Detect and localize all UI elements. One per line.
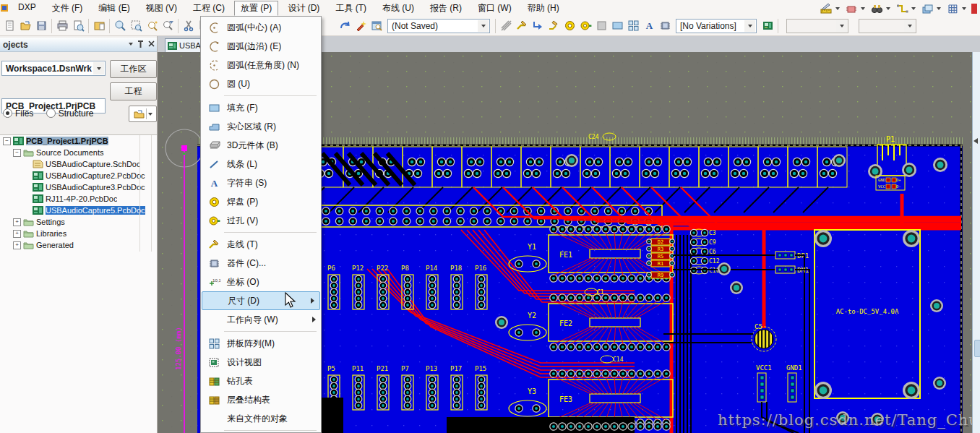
tree-item-usbaudiocapture-schdoc[interactable]: USBAudioCapture.SchDoc: [0, 158, 157, 170]
open-folder-button[interactable]: [129, 106, 157, 122]
place-menu-item-4[interactable]: 圆 (U): [201, 74, 321, 93]
files-radio[interactable]: [3, 108, 12, 118]
toolbar-hatch-icon[interactable]: [498, 18, 514, 34]
place-menu-item-21[interactable]: 来自文件的对象: [201, 409, 321, 428]
place-menu-item-10[interactable]: 焊盘 (P): [201, 192, 321, 211]
collapse-arrow-icon[interactable]: [973, 138, 978, 144]
toolbar-string-icon[interactable]: A: [641, 18, 657, 34]
place-menu-item-5[interactable]: 填充 (F): [201, 98, 321, 117]
toolbar-array-icon[interactable]: [625, 18, 641, 34]
tree-item-libraries[interactable]: +Libraries: [0, 228, 157, 239]
place-menu-item-15[interactable]: 尺寸 (D): [202, 291, 320, 310]
toolbar-zoom-area-icon[interactable]: [128, 18, 144, 34]
combo-dropdown-icon[interactable]: [744, 20, 755, 32]
menubar-item-10[interactable]: 报告 (R): [424, 1, 468, 16]
place-menu-item-2[interactable]: 圆弧(边沿) (E): [201, 37, 321, 56]
dropdown-caret-icon[interactable]: [861, 7, 865, 10]
part-red-icon[interactable]: [843, 1, 859, 17]
net-icon[interactable]: [894, 1, 910, 17]
layers-icon[interactable]: [919, 1, 935, 17]
place-menu-item-13[interactable]: 器件 (C)...: [201, 254, 321, 273]
empty-combo-2[interactable]: [859, 19, 916, 33]
tree-item-source-documents[interactable]: −Source Documents: [0, 147, 157, 158]
dropdown-caret-icon[interactable]: [886, 7, 890, 10]
place-menu-item-1[interactable]: 圆弧(中心) (A): [201, 18, 321, 37]
tree-expander-icon[interactable]: +: [13, 241, 21, 249]
empty-combo-1[interactable]: [786, 19, 848, 33]
document-tab[interactable]: USBAudioCapture5.PcbDoc: [165, 38, 205, 52]
tree-item-usbaudiocapture5-pcbdoc[interactable]: USBAudioCapture5.PcbDoc: [0, 205, 157, 216]
toolbar-component-icon[interactable]: [657, 18, 673, 34]
dropdown-caret-icon[interactable]: [911, 7, 916, 10]
place-menu-item-6[interactable]: 实心区域 (R): [201, 117, 321, 136]
menubar-item-8[interactable]: 工具 (T): [329, 1, 373, 16]
toolbar-zoom-doc-icon[interactable]: [112, 18, 128, 34]
panel-menu-icon[interactable]: [129, 43, 133, 46]
measure-icon[interactable]: [818, 1, 834, 17]
toolbar-pad-icon[interactable]: [562, 18, 577, 34]
projects-panel-header[interactable]: ojects: [0, 38, 157, 52]
menubar-item-7[interactable]: 设计 (D): [281, 1, 326, 16]
toolbar-route-pencil-icon[interactable]: [546, 18, 562, 34]
tree-expander-icon[interactable]: −: [3, 137, 11, 145]
place-menu-item-7[interactable]: 3D元件体 (B): [201, 136, 321, 155]
toolbar-open-icon[interactable]: [17, 18, 33, 34]
place-menu-item-19[interactable]: 钻孔表: [201, 372, 321, 390]
place-menu-item-11[interactable]: 过孔 (V): [201, 211, 321, 230]
scrollbar-thumb[interactable]: [974, 340, 980, 357]
workspace-button[interactable]: 工作区: [110, 60, 157, 78]
place-menu-item-14[interactable]: 10,10坐标 (O): [201, 273, 321, 291]
dxp-logo-icon[interactable]: [0, 0, 10, 16]
document-state-combo[interactable]: (Not Saved): [387, 19, 490, 33]
toolbar-cut-icon[interactable]: [181, 18, 197, 34]
toolbar-new-doc-icon[interactable]: [1, 18, 17, 34]
toolbar-route-arrow-icon[interactable]: [530, 18, 546, 34]
toolbar-redo-icon[interactable]: [337, 18, 353, 34]
menubar-item-1[interactable]: DXP: [12, 1, 43, 16]
dropdown-caret-icon[interactable]: [962, 7, 966, 10]
place-menu-item-20[interactable]: 层叠结构表: [201, 390, 321, 409]
dropdown-caret-icon[interactable]: [937, 7, 941, 10]
tree-expander-icon[interactable]: +: [13, 218, 21, 226]
toolbar-panel-icon[interactable]: [91, 18, 107, 34]
menubar-item-2[interactable]: 文件 (F): [46, 1, 90, 16]
combo-dropdown-icon[interactable]: [93, 62, 104, 74]
tree-item-usbaudiocapture3-pcbdoc[interactable]: USBAudioCapture3.PcbDoc: [0, 181, 157, 193]
toolbar-zoom-in-icon[interactable]: [144, 18, 160, 34]
toolbar-pcb-green-icon[interactable]: [760, 18, 775, 34]
menubar-item-5[interactable]: 工程 (C): [186, 1, 231, 16]
toolbar-zoom-filter-icon[interactable]: [160, 18, 176, 34]
toolbar-arc-icon[interactable]: [593, 18, 609, 34]
pin-icon[interactable]: [137, 40, 144, 48]
place-menu-item-8[interactable]: 线条 (L): [201, 155, 321, 173]
toolbar-save-icon[interactable]: [33, 18, 49, 34]
place-menu-item-18[interactable]: 设计视图: [201, 353, 321, 372]
menubar-item-3[interactable]: 编辑 (E): [92, 1, 136, 16]
close-icon[interactable]: [148, 40, 155, 47]
tree-item-usbaudiocapture2-pcbdoc[interactable]: USBAudioCapture2.PcbDoc: [0, 170, 157, 181]
toolbar-print-icon[interactable]: [54, 18, 70, 34]
combo-dropdown-icon[interactable]: [478, 20, 489, 32]
tree-item-settings[interactable]: +Settings: [0, 216, 157, 228]
menubar-item-12[interactable]: 帮助 (H): [521, 1, 566, 16]
place-menu-item-16[interactable]: 工作向导 (W): [201, 310, 321, 329]
grid-icon[interactable]: [945, 1, 960, 17]
tree-item-generated[interactable]: +Generated: [0, 239, 157, 251]
dropdown-caret-icon[interactable]: [835, 7, 840, 10]
toolbar-wand-icon[interactable]: [353, 18, 369, 34]
toolbar-via-icon[interactable]: [577, 18, 593, 34]
tree-expander-icon[interactable]: +: [13, 230, 21, 238]
toolbar-fill-icon[interactable]: [609, 18, 625, 34]
menubar-item-6[interactable]: 放置 (P): [234, 1, 278, 16]
menubar-item-11[interactable]: 窗口 (W): [471, 1, 518, 16]
structure-radio[interactable]: [46, 108, 56, 118]
place-menu-item-12[interactable]: 走线 (T): [201, 235, 321, 254]
binoculars-icon[interactable]: [869, 1, 885, 17]
place-menu-item-9[interactable]: A字符串 (S): [201, 173, 321, 192]
project-button[interactable]: 工程: [110, 82, 157, 100]
menubar-item-4[interactable]: 视图 (V): [139, 1, 184, 16]
tree-item-rj11-4p-20-pcbdoc[interactable]: RJ11-4P-20.PcbDoc: [0, 193, 157, 205]
toolbar-browse-icon[interactable]: [369, 18, 384, 34]
toolbar-route-trace-icon[interactable]: [514, 18, 530, 34]
toolbar-print-preview-icon[interactable]: [70, 18, 86, 34]
